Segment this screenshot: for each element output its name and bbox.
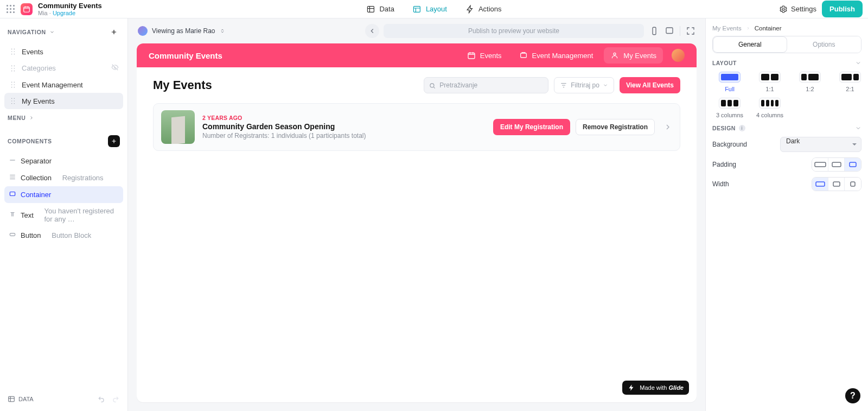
component-collection[interactable]: Collection Registrations xyxy=(4,169,123,186)
bolt-icon xyxy=(628,384,635,391)
separator-icon xyxy=(9,156,16,166)
event-title: Community Garden Season Opening xyxy=(202,122,366,131)
device-controls xyxy=(649,26,695,36)
sidebar-item-my-events[interactable]: My Events xyxy=(4,93,123,109)
component-text[interactable]: Text You haven't registered for any … xyxy=(4,203,123,227)
search-input[interactable]: Pretraživanje xyxy=(424,77,548,93)
svg-rect-8 xyxy=(666,28,673,34)
sidebar-item-events[interactable]: Events xyxy=(4,43,123,60)
chevron-down-icon xyxy=(603,83,608,88)
padding-option-1[interactable] xyxy=(828,158,845,171)
svg-rect-2 xyxy=(414,6,420,12)
svg-rect-10 xyxy=(520,53,526,58)
width-option-1[interactable] xyxy=(828,178,845,191)
settings-button[interactable]: Settings xyxy=(779,5,816,14)
right-panel: My Events Container General Options LAYO… xyxy=(705,18,868,411)
drag-icon xyxy=(9,80,17,89)
made-with-badge[interactable]: Made with Glide xyxy=(622,381,689,395)
svg-rect-14 xyxy=(832,162,841,167)
user-avatar[interactable] xyxy=(672,49,685,62)
tablet-icon[interactable] xyxy=(665,26,674,36)
layout-option-1-2[interactable]: 1:2 xyxy=(793,72,827,92)
stage-toolbar: Viewing as Marie Rao Publish to preview … xyxy=(137,23,697,43)
apps-grid-icon[interactable] xyxy=(5,4,15,14)
top-tab-data[interactable]: Data xyxy=(364,2,396,17)
layout-option-1-1[interactable]: 1:1 xyxy=(752,72,787,92)
components-add-button[interactable] xyxy=(108,135,120,147)
view-all-events-button[interactable]: View All Events xyxy=(620,77,680,93)
undo-icon[interactable] xyxy=(97,395,106,403)
top-tab-layout[interactable]: Layout xyxy=(411,2,449,17)
tab-options[interactable]: Options xyxy=(787,36,861,53)
background-select[interactable]: Dark xyxy=(780,137,861,152)
svg-rect-17 xyxy=(833,182,840,186)
edit-registration-button[interactable]: Edit My Registration xyxy=(493,119,570,135)
menu-section-header: MENU xyxy=(4,113,123,122)
container-icon xyxy=(9,190,16,199)
sidebar-item-event-management[interactable]: Event Management xyxy=(4,77,123,93)
padding-option-0[interactable] xyxy=(812,158,828,171)
avatar xyxy=(138,26,148,36)
padding-options xyxy=(812,157,861,172)
data-shortcut[interactable]: DATA xyxy=(8,395,34,403)
redo-icon[interactable] xyxy=(111,395,120,403)
page-title: My Events xyxy=(153,78,212,92)
layout-option-4-columns[interactable]: 4 columns xyxy=(752,98,787,118)
phone-icon[interactable] xyxy=(649,26,659,36)
svg-rect-16 xyxy=(816,182,825,186)
layout-option-3-columns[interactable]: 3 columns xyxy=(712,98,747,118)
tab-segment: General Options xyxy=(712,36,861,53)
drag-icon xyxy=(9,97,17,105)
button-icon xyxy=(9,231,16,240)
hidden-icon xyxy=(111,64,119,73)
chevron-down-icon[interactable] xyxy=(855,60,861,66)
page-content: My Events Pretraživanje Filtriraj po Vie… xyxy=(137,67,697,161)
top-tab-actions[interactable]: Actions xyxy=(463,2,504,17)
chevron-down-icon[interactable] xyxy=(855,125,861,131)
viewing-as[interactable]: Viewing as Marie Rao xyxy=(138,26,225,36)
remove-registration-button[interactable]: Remove Registration xyxy=(576,119,655,135)
upgrade-link[interactable]: Upgrade xyxy=(53,10,75,16)
nav-list: EventsCategoriesEvent ManagementMy Event… xyxy=(4,43,123,109)
left-panel: NAVIGATION EventsCategoriesEvent Managem… xyxy=(0,18,128,411)
svg-rect-1 xyxy=(367,6,374,12)
chevron-right-icon[interactable] xyxy=(29,115,34,121)
event-texts: 2 YEARS AGO Community Garden Season Open… xyxy=(202,115,366,140)
width-option-2[interactable] xyxy=(845,178,861,191)
publish-button[interactable]: Publish xyxy=(822,1,863,17)
nav-add-button[interactable] xyxy=(108,26,120,38)
svg-rect-4 xyxy=(10,192,15,196)
publish-preview-bar[interactable]: Publish to preview your website xyxy=(384,24,644,38)
expand-icon[interactable] xyxy=(686,26,695,36)
drag-icon xyxy=(9,47,17,56)
canvas-stage: Viewing as Marie Rao Publish to preview … xyxy=(128,18,705,411)
help-button[interactable]: ? xyxy=(845,388,860,403)
app-tab-event-management[interactable]: Event Management xyxy=(513,47,600,64)
component-button[interactable]: Button Button Block xyxy=(4,227,123,244)
list-item[interactable]: 2 YEARS AGO Community Garden Season Open… xyxy=(153,103,680,151)
app-tab-my-events[interactable]: My Events xyxy=(604,47,663,64)
label-background: Background xyxy=(712,141,747,148)
filter-by[interactable]: Filtriraj po xyxy=(554,77,614,93)
app-title: Community Events xyxy=(38,2,102,10)
chevron-down-icon[interactable] xyxy=(49,29,55,35)
padding-option-2[interactable] xyxy=(845,158,861,171)
app-bar-title: Community Events xyxy=(149,51,222,60)
svg-rect-7 xyxy=(653,27,656,35)
label-width: Width xyxy=(712,180,729,188)
top-tabs: DataLayoutActions xyxy=(364,2,503,17)
layout-option-2-1[interactable]: 2:1 xyxy=(833,72,867,92)
layout-option-full[interactable]: Full xyxy=(712,72,747,92)
tab-general[interactable]: General xyxy=(713,36,787,53)
svg-rect-15 xyxy=(850,162,856,167)
component-container[interactable]: Container xyxy=(4,186,123,203)
breadcrumb: My Events Container xyxy=(712,25,861,31)
preview-frame: Community Events EventsEvent ManagementM… xyxy=(137,43,697,402)
left-footer: DATA xyxy=(4,391,123,407)
app-tab-events[interactable]: Events xyxy=(461,47,508,64)
back-button[interactable] xyxy=(365,24,379,38)
svg-point-12 xyxy=(430,84,434,87)
component-separator[interactable]: Separator xyxy=(4,153,123,169)
width-option-0[interactable] xyxy=(812,178,828,191)
sidebar-item-categories[interactable]: Categories xyxy=(4,60,123,77)
